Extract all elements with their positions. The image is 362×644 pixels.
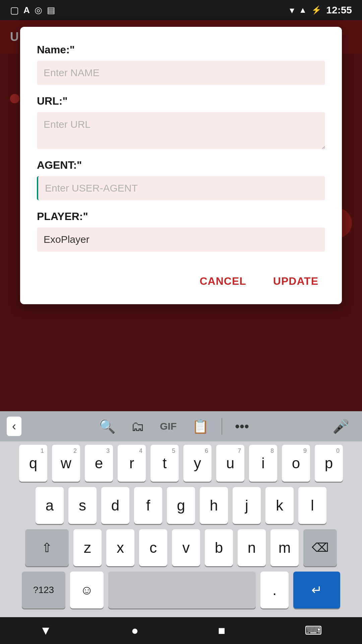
battery-icon: ⚡: [311, 5, 321, 15]
edit-stream-dialog: Name:" URL:" AGENT:" PLAYER:" CANCEL UPD…: [20, 27, 342, 304]
key-shift[interactable]: ⇧: [25, 529, 69, 566]
agent-label: AGENT:": [37, 159, 325, 171]
keyboard-row-4: ?123 ☺ . ↵: [3, 572, 359, 608]
key-h[interactable]: h: [200, 487, 228, 524]
name-input[interactable]: [37, 61, 325, 85]
dialog-actions: CANCEL UPDATE: [37, 272, 325, 291]
keyboard-tools-group: 🔍 🗂 GIF 📋 •••: [93, 415, 255, 438]
key-y[interactable]: 6y: [183, 445, 212, 482]
keyboard-back-button[interactable]: ‹: [7, 417, 21, 436]
key-g[interactable]: g: [167, 487, 195, 524]
nav-back-button[interactable]: ▼: [37, 620, 55, 641]
key-v[interactable]: v: [172, 529, 200, 566]
keyboard-row-2: a s d f g h j k l: [3, 487, 359, 524]
keyboard-search-button[interactable]: 🔍: [93, 415, 122, 438]
wifi-icon: ▾: [290, 5, 294, 16]
key-o[interactable]: 9o: [282, 445, 310, 482]
status-bar-right: ▾ ▲ ⚡ 12:55: [290, 4, 352, 16]
key-num-sym[interactable]: ?123: [22, 572, 65, 608]
key-m[interactable]: m: [270, 529, 299, 566]
keyboard-sticker-button[interactable]: 🗂: [125, 416, 150, 437]
nav-home-button[interactable]: ●: [128, 620, 142, 641]
a-icon: A: [23, 5, 30, 15]
key-b[interactable]: b: [205, 529, 233, 566]
status-bar-left: ▢ A ◎ ▤: [10, 5, 55, 16]
keyboard-row-1: 1q 2w 3e 4r 5t 6y 7u 8i 9o 0p: [3, 445, 359, 482]
clipboard-icon: ▤: [47, 5, 55, 15]
url-label: URL:": [37, 95, 325, 107]
key-period[interactable]: .: [260, 572, 289, 608]
url-input[interactable]: [37, 112, 325, 149]
update-button[interactable]: UPDATE: [266, 272, 325, 291]
agent-input[interactable]: [37, 176, 325, 200]
keyboard-rows: 1q 2w 3e 4r 5t 6y 7u 8i 9o 0p a s d f g …: [0, 441, 362, 617]
key-enter[interactable]: ↵: [293, 572, 340, 608]
spinner-icon: ◎: [35, 5, 42, 15]
status-bar: ▢ A ◎ ▤ ▾ ▲ ⚡ 12:55: [0, 0, 362, 20]
key-t[interactable]: 5t: [150, 445, 179, 482]
navigation-bar: ▼ ● ■ ⌨: [0, 617, 362, 644]
key-f[interactable]: f: [134, 487, 162, 524]
keyboard-gif-button[interactable]: GIF: [154, 417, 183, 435]
key-e[interactable]: 3e: [85, 445, 113, 482]
key-c[interactable]: c: [139, 529, 167, 566]
keyboard-clipboard-button[interactable]: 📋: [186, 415, 215, 438]
key-u[interactable]: 7u: [216, 445, 244, 482]
key-i[interactable]: 8i: [249, 445, 277, 482]
key-j[interactable]: j: [233, 487, 261, 524]
key-w[interactable]: 2w: [52, 445, 80, 482]
key-p[interactable]: 0p: [315, 445, 343, 482]
keyboard-row-3: ⇧ z x c v b n m ⌫: [3, 529, 359, 566]
key-d[interactable]: d: [101, 487, 129, 524]
time-display: 12:55: [326, 4, 352, 16]
key-delete[interactable]: ⌫: [303, 529, 337, 566]
nav-keyboard-button[interactable]: ⌨: [301, 620, 325, 641]
key-r[interactable]: 4r: [118, 445, 146, 482]
notification-icon: ▢: [10, 5, 19, 16]
nav-recent-button[interactable]: ■: [215, 620, 229, 641]
key-l[interactable]: l: [298, 487, 326, 524]
keyboard-mic-button[interactable]: 🎤: [326, 415, 355, 438]
key-space[interactable]: [108, 572, 256, 608]
key-n[interactable]: n: [238, 529, 266, 566]
key-k[interactable]: k: [265, 487, 294, 524]
player-input[interactable]: [37, 227, 325, 252]
cancel-button[interactable]: CANCEL: [193, 272, 253, 291]
key-q[interactable]: 1q: [19, 445, 47, 482]
key-x[interactable]: x: [106, 529, 134, 566]
keyboard-toolbar: ‹ 🔍 🗂 GIF 📋 ••• 🎤: [0, 411, 362, 441]
keyboard-separator: [222, 418, 222, 435]
key-emoji[interactable]: ☺: [70, 572, 104, 608]
key-a[interactable]: a: [36, 487, 64, 524]
key-z[interactable]: z: [73, 529, 102, 566]
player-label: PLAYER:": [37, 210, 325, 223]
keyboard: ‹ 🔍 🗂 GIF 📋 ••• 🎤 1q 2w 3e 4r 5t 6y 7u 8…: [0, 411, 362, 617]
keyboard-more-button[interactable]: •••: [229, 416, 255, 437]
key-s[interactable]: s: [68, 487, 97, 524]
name-label: Name:": [37, 44, 325, 56]
signal-icon: ▲: [299, 5, 307, 15]
